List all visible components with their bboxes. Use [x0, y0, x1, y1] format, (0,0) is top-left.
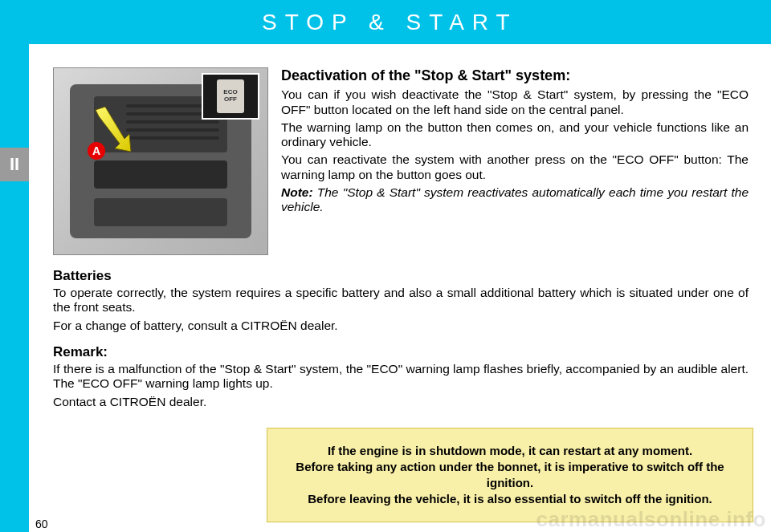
note-text: The "Stop & Start" system reactivates au…: [281, 185, 749, 213]
main-text-block: Deactivation of the "Stop & Start" syste…: [281, 67, 749, 217]
remark-paragraph-1: If there is a malfunction of the "Stop &…: [53, 362, 749, 392]
warning-line-3: Before leaving the vehicle, it is also e…: [284, 491, 736, 507]
batteries-paragraph-2: For a change of battery, consult a CITRO…: [53, 319, 749, 333]
climate-controls-graphic: [94, 198, 227, 226]
cd-slot-graphic: [94, 160, 227, 189]
watermark: carmanualsonline.info: [536, 507, 766, 532]
eco-off-button-inset: ECO OFF: [202, 73, 259, 120]
page-number: 60: [35, 518, 48, 530]
main-note: Note: The "Stop & Start" system reactiva…: [281, 185, 749, 215]
main-paragraph-1: You can if you wish deactivate the "Stop…: [281, 87, 749, 117]
warning-line-1: If the engine is in shutdown mode, it ca…: [284, 443, 736, 459]
lower-text-block: Batteries To operate correctly, the syst…: [53, 268, 749, 420]
batteries-block: Batteries To operate correctly, the syst…: [53, 268, 749, 333]
eco-off-button-icon: ECO OFF: [217, 79, 244, 113]
deactivation-heading: Deactivation of the "Stop & Start" syste…: [281, 67, 749, 84]
main-paragraph-3: You can reactivate the system with anoth…: [281, 152, 749, 182]
page-title: STOP & START: [29, 0, 771, 35]
remark-heading: Remark:: [53, 344, 749, 360]
section-marker: II: [0, 148, 29, 181]
batteries-heading: Batteries: [53, 268, 749, 284]
eco-label-line2: OFF: [224, 96, 237, 104]
dashboard-figure: ECO OFF A: [53, 67, 268, 255]
note-label: Note:: [281, 185, 313, 199]
remark-paragraph-2: Contact a CITROËN dealer.: [53, 395, 749, 409]
left-accent-bar: [0, 0, 29, 532]
batteries-paragraph-1: To operate correctly, the system require…: [53, 286, 749, 315]
warning-line-2: Before taking any action under the bonne…: [284, 459, 736, 492]
remark-block: Remark: If there is a malfunction of the…: [53, 344, 749, 409]
header-band: STOP & START: [29, 0, 771, 44]
callout-label-a: A: [88, 142, 105, 160]
main-paragraph-2: The warning lamp on the button then come…: [281, 120, 749, 150]
